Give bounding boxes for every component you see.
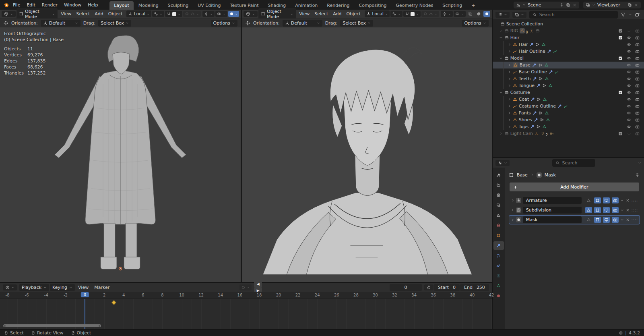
viewport-right-canvas[interactable] [242,27,492,282]
modifier-name-field[interactable]: Mask [523,216,582,223]
transform-orientation-selector[interactable]: Local [365,10,390,17]
drag-handle[interactable]: :::: [632,218,638,222]
breadcrumb-object[interactable]: Base [517,172,528,178]
properties-search-input[interactable]: Search [552,159,596,167]
modifier-extras-dropdown[interactable] [620,208,624,212]
drag-dropdown[interactable]: Select Box [98,20,131,27]
hide-viewport-toggle[interactable] [625,49,632,54]
modifier-row-subdivision[interactable]: Subdivision:::: [509,205,640,215]
proportional-edit-controls[interactable] [183,11,201,17]
modifier-extras-dropdown[interactable] [620,218,624,222]
edit-mode-toggle[interactable] [594,217,601,223]
realtime-toggle[interactable] [603,217,610,223]
gizmo-controls[interactable] [202,11,215,17]
menu-help[interactable]: Help [85,2,101,8]
viewport-menu-add[interactable]: Add [330,10,344,17]
realtime-toggle[interactable] [603,207,610,213]
viewport-menu-object[interactable]: Object [106,10,125,17]
shading-wireframe-button[interactable] [475,11,483,17]
timeline-menu-keying[interactable]: Keying [50,284,75,291]
properties-tab-constraints[interactable] [493,272,504,280]
properties-tab-object[interactable] [493,231,504,240]
new-collection-icon[interactable] [635,12,640,17]
workspace-tab-modeling[interactable]: Modeling [134,1,163,10]
disable-render-toggle[interactable] [634,118,641,122]
blender-logo-icon[interactable] [3,2,9,8]
snap-controls[interactable] [403,11,421,17]
drag-handle[interactable]: :::: [632,199,638,203]
hide-viewport-toggle[interactable] [625,35,632,40]
exclude-checkbox[interactable] [617,56,624,60]
outliner-row-coat[interactable]: Coat [493,96,644,103]
delete-modifier-button[interactable] [625,198,630,203]
overlays-controls[interactable] [454,11,466,17]
properties-tab-render[interactable] [493,181,504,189]
outliner-row-pants[interactable]: Pants [493,110,644,116]
workspace-tab-texture-paint[interactable]: Texture Paint [226,1,263,10]
workspace-tab-scripting[interactable]: Scripting [438,1,466,10]
snap-target-icon[interactable] [172,12,176,16]
outliner-row-teeth[interactable]: Teeth [493,75,644,82]
current-frame-field[interactable]: 0 [390,284,422,291]
orientation-dropdown[interactable]: Default [283,20,322,27]
viewlayer-selector[interactable]: ViewLayer [583,2,641,8]
viewport-left-canvas[interactable]: Front Orthographic (0) Scene Collection … [0,27,241,282]
pivot-point-selector[interactable] [152,11,164,17]
menu-file[interactable]: File [10,2,23,8]
properties-tab-material[interactable] [493,292,504,300]
shading-solid-button[interactable] [228,11,239,17]
disable-render-toggle[interactable] [634,70,641,74]
orientation-dropdown[interactable]: Default [41,20,80,27]
hide-viewport-toggle[interactable] [625,111,632,115]
move-tool-icon[interactable] [245,21,250,26]
disable-render-toggle[interactable] [634,97,641,102]
proportional-edit-controls[interactable] [421,11,439,17]
overlays-controls[interactable] [215,11,227,17]
disable-render-toggle[interactable] [634,29,641,33]
outliner-row-tops[interactable]: Tops [493,123,644,130]
magnet-icon[interactable] [167,12,171,16]
viewport-menu-select[interactable]: Select [312,10,330,17]
edit-mode-toggle[interactable] [594,197,601,203]
outliner-row-shoes[interactable]: Shoes [493,116,644,123]
magnet-icon[interactable] [405,12,409,16]
snap-target-icon[interactable] [411,12,415,16]
workspace-tab-rendering[interactable]: Rendering [322,1,354,10]
editor-type-button[interactable] [3,284,17,290]
exclude-checkbox[interactable] [617,35,624,40]
transform-orientation-selector[interactable]: Local [126,10,151,17]
disable-render-toggle[interactable] [634,111,641,115]
menu-window[interactable]: Window [61,2,84,8]
disable-render-toggle[interactable] [634,124,641,129]
disable-render-toggle[interactable] [634,131,641,136]
properties-tab-view-layer[interactable] [493,201,504,209]
timeline-menu-view[interactable]: View [76,284,91,291]
duplicate-icon[interactable] [566,3,570,7]
viewport-menu-select[interactable]: Select [74,10,92,17]
auto-keying-toggle[interactable] [239,284,252,290]
exclude-checkbox[interactable] [617,90,624,95]
mode-selector[interactable]: Object Mode [258,8,296,20]
outliner-row-base-outline[interactable]: Base Outline [493,68,644,75]
outliner-row-hair-outline[interactable]: Hair Outline [493,48,644,55]
move-tool-icon[interactable] [3,21,8,26]
frame-start-field[interactable]: Start0 [434,284,460,291]
realtime-toggle[interactable] [603,197,610,203]
hide-viewport-toggle[interactable] [625,97,632,102]
viewport-menu-view[interactable]: View [58,10,74,17]
close-icon[interactable] [572,3,577,7]
edit-mode-toggle[interactable] [594,207,601,213]
exclude-checkbox[interactable] [617,29,624,33]
hide-viewport-toggle[interactable] [625,104,632,108]
duplicate-icon[interactable] [627,3,632,7]
render-toggle[interactable] [612,197,619,203]
outliner-row-model[interactable]: Model [493,55,644,62]
on-cage-toggle[interactable] [585,207,592,213]
hide-viewport-toggle[interactable] [625,124,632,129]
breadcrumb-modifier[interactable]: Mask [545,172,556,178]
hide-viewport-toggle[interactable] [625,131,632,136]
outliner-search-input[interactable]: Search [529,11,618,19]
frame-end-field[interactable]: End250 [460,284,489,291]
disable-render-toggle[interactable] [634,63,641,67]
add-modifier-button[interactable]: Add Modifier [510,183,639,191]
